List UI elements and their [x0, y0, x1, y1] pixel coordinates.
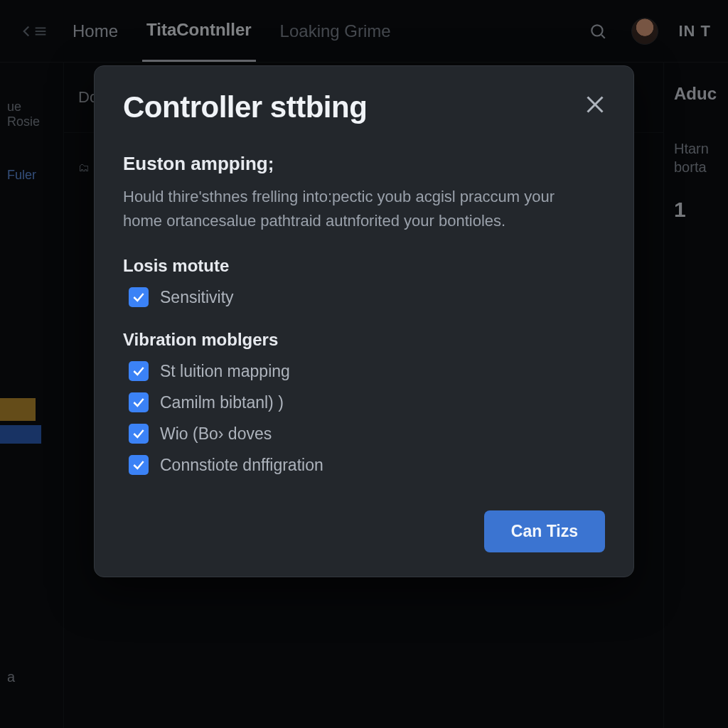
checkbox-v2[interactable]: [129, 424, 149, 444]
section-mapping-desc: Hould thire'sthnes frelling into:pectic …: [123, 185, 578, 233]
subhead-losis: Losis motute: [123, 256, 605, 276]
check-row-v1: Camilm bibtanl) ): [123, 392, 605, 412]
checkbox-v0-label: St luition mapping: [160, 362, 290, 381]
check-row-sensitivity: Sensitivity: [123, 287, 605, 307]
check-row-v3: Connstiote dnffigration: [123, 455, 605, 475]
modal-overlay: Controller sttbing Euston ampping; Hould…: [0, 0, 728, 728]
checkbox-v1[interactable]: [129, 392, 149, 412]
controller-settings-modal: Controller sttbing Euston ampping; Hould…: [94, 65, 634, 577]
close-icon[interactable]: [578, 87, 612, 122]
checkbox-v3-label: Connstiote dnffigration: [160, 456, 323, 475]
modal-footer: Can Tizs: [123, 510, 605, 552]
modal-title: Controller sttbing: [123, 90, 605, 124]
checkbox-v2-label: Wio (Bo› doves: [160, 424, 272, 444]
checkbox-v0[interactable]: [129, 361, 149, 381]
checkbox-sensitivity[interactable]: [129, 287, 149, 307]
checkbox-sensitivity-label: Sensitivity: [160, 288, 234, 307]
checkbox-v3[interactable]: [129, 455, 149, 475]
subhead-vibration: Vibration moblgers: [123, 330, 605, 350]
section-mapping-title: Euston ampping;: [123, 153, 605, 175]
confirm-button[interactable]: Can Tizs: [484, 510, 605, 552]
checkbox-v1-label: Camilm bibtanl) ): [160, 393, 284, 412]
check-row-v2: Wio (Bo› doves: [123, 424, 605, 444]
check-row-v0: St luition mapping: [123, 361, 605, 381]
